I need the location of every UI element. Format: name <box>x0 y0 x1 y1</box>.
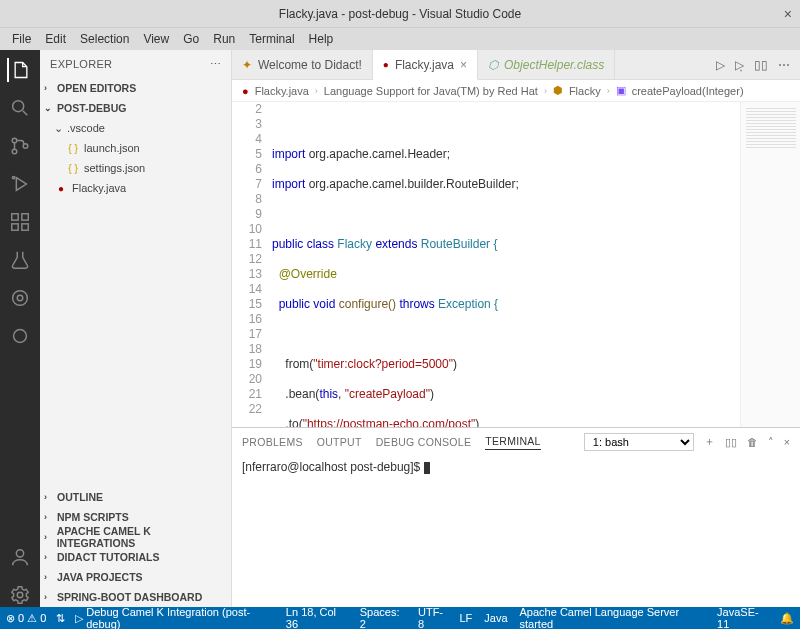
svg-point-13 <box>17 592 23 598</box>
svg-point-11 <box>14 330 27 343</box>
svg-rect-5 <box>12 214 18 220</box>
section-didact[interactable]: ›DIDACT TUTORIALS <box>40 547 231 567</box>
section-spring[interactable]: ›SPRING-BOOT DASHBOARD <box>40 587 231 607</box>
svg-point-3 <box>23 144 28 149</box>
bottom-panel: PROBLEMS OUTPUT DEBUG CONSOLE TERMINAL 1… <box>232 427 800 607</box>
activity-debug-icon[interactable] <box>8 172 32 196</box>
terminal-split-icon[interactable]: ▯▯ <box>725 436 737 448</box>
window-title: Flacky.java - post-debug - Visual Studio… <box>279 7 521 21</box>
tree-file-flacky[interactable]: ●Flacky.java <box>54 178 231 198</box>
svg-point-10 <box>17 295 23 301</box>
activity-explorer-icon[interactable] <box>7 58 31 82</box>
status-bar: ⊗0 ⚠0 ⇅ ▷ Debug Camel K Integration (pos… <box>0 607 800 629</box>
dirty-dot-icon: ● <box>383 59 389 70</box>
status-language[interactable]: Java <box>484 606 507 629</box>
svg-rect-7 <box>22 224 28 230</box>
section-project[interactable]: ⌄POST-DEBUG <box>40 98 231 118</box>
menu-edit[interactable]: Edit <box>39 30 72 48</box>
svg-rect-8 <box>22 214 28 220</box>
editor-tabs: ✦Welcome to Didact! ●Flacky.java× ⬡Objec… <box>232 50 800 80</box>
activity-settings-icon[interactable] <box>8 583 32 607</box>
terminal-new-icon[interactable]: ＋ <box>704 435 715 449</box>
activity-test-icon[interactable] <box>8 248 32 272</box>
breadcrumb-class[interactable]: Flacky <box>569 85 601 97</box>
activity-circle-icon[interactable] <box>8 324 32 348</box>
debug-run-icon[interactable]: ▷̣ <box>735 58 744 72</box>
panel-tab-terminal[interactable]: TERMINAL <box>485 435 541 450</box>
tab-flacky[interactable]: ●Flacky.java× <box>373 50 478 80</box>
minimap[interactable] <box>740 102 800 427</box>
menu-run[interactable]: Run <box>207 30 241 48</box>
svg-point-9 <box>13 291 28 306</box>
panel-close-icon[interactable]: × <box>784 436 790 448</box>
terminal-kill-icon[interactable]: 🗑 <box>747 436 758 448</box>
status-bell-icon[interactable]: 🔔 <box>780 606 794 629</box>
section-outline[interactable]: ›OUTLINE <box>40 487 231 507</box>
tab-didact[interactable]: ✦Welcome to Didact! <box>232 50 373 79</box>
status-position[interactable]: Ln 18, Col 36 <box>286 606 348 629</box>
status-port-icon[interactable]: ⇅ <box>56 612 65 625</box>
status-spaces[interactable]: Spaces: 2 <box>360 606 406 629</box>
svg-point-2 <box>12 149 17 154</box>
svg-point-12 <box>16 550 23 557</box>
code-editor[interactable]: 2345678910111213141516171819202122 impor… <box>232 102 740 427</box>
section-javaproj[interactable]: ›JAVA PROJECTS <box>40 567 231 587</box>
breadcrumb-dirty-icon: ● <box>242 85 249 97</box>
status-lsp[interactable]: Apache Camel Language Server started <box>520 606 706 629</box>
section-open-editors[interactable]: ›OPEN EDITORS <box>40 78 231 98</box>
svg-point-4 <box>12 176 14 178</box>
line-gutter: 2345678910111213141516171819202122 <box>232 102 272 427</box>
activity-scm-icon[interactable] <box>8 134 32 158</box>
window-titlebar: Flacky.java - post-debug - Visual Studio… <box>0 0 800 28</box>
status-eol[interactable]: LF <box>459 606 472 629</box>
menubar: File Edit Selection View Go Run Terminal… <box>0 28 800 50</box>
sidebar-more-icon[interactable]: ⋯ <box>210 58 221 71</box>
menu-selection[interactable]: Selection <box>74 30 135 48</box>
status-jdk[interactable]: JavaSE-11 <box>717 606 768 629</box>
activity-bar <box>0 50 40 607</box>
editor-area: ✦Welcome to Didact! ●Flacky.java× ⬡Objec… <box>232 50 800 607</box>
activity-account-icon[interactable] <box>8 545 32 569</box>
status-errors[interactable]: ⊗0 ⚠0 <box>6 612 46 625</box>
terminal-select[interactable]: 1: bash <box>584 433 694 451</box>
svg-point-0 <box>13 101 24 112</box>
terminal-cursor <box>424 462 430 474</box>
activity-extensions-icon[interactable] <box>8 210 32 234</box>
section-camelk[interactable]: ›APACHE CAMEL K INTEGRATIONS <box>40 527 231 547</box>
status-encoding[interactable]: UTF-8 <box>418 606 447 629</box>
panel-tab-problems[interactable]: PROBLEMS <box>242 436 303 448</box>
panel-tab-output[interactable]: OUTPUT <box>317 436 362 448</box>
sidebar-header: EXPLORER ⋯ <box>40 50 231 78</box>
activity-gear2-icon[interactable] <box>8 286 32 310</box>
tree-file-settings[interactable]: { }settings.json <box>66 158 231 178</box>
menu-file[interactable]: File <box>6 30 37 48</box>
menu-view[interactable]: View <box>137 30 175 48</box>
status-debug[interactable]: ▷ Debug Camel K Integration (post-debug) <box>75 606 276 629</box>
terminal-body[interactable]: [nferraro@localhost post-debug]$ <box>232 456 800 607</box>
editor-more-icon[interactable]: ⋯ <box>778 58 790 72</box>
tab-objecthelper[interactable]: ⬡ObjectHelper.class <box>478 50 615 79</box>
split-editor-icon[interactable]: ▯▯ <box>754 58 768 72</box>
breadcrumb-ls[interactable]: Language Support for Java(TM) by Red Hat <box>324 85 538 97</box>
explorer-sidebar: EXPLORER ⋯ ›OPEN EDITORS ⌄POST-DEBUG ⌄.v… <box>40 50 232 607</box>
menu-terminal[interactable]: Terminal <box>243 30 300 48</box>
run-icon[interactable]: ▷ <box>716 58 725 72</box>
window-close-icon[interactable]: × <box>784 6 792 22</box>
terminal-prompt: [nferraro@localhost post-debug]$ <box>242 460 424 474</box>
tree-file-launch[interactable]: { }launch.json <box>66 138 231 158</box>
svg-rect-6 <box>12 224 18 230</box>
tree-folder-vscode[interactable]: ⌄.vscode <box>54 118 231 138</box>
menu-help[interactable]: Help <box>303 30 340 48</box>
sidebar-title: EXPLORER <box>50 58 112 70</box>
panel-maximize-icon[interactable]: ˄ <box>768 436 774 448</box>
section-npm[interactable]: ›NPM SCRIPTS <box>40 507 231 527</box>
menu-go[interactable]: Go <box>177 30 205 48</box>
code-content[interactable]: import org.apache.camel.Header; import o… <box>272 102 740 427</box>
breadcrumb-file[interactable]: Flacky.java <box>255 85 309 97</box>
breadcrumbs[interactable]: ● Flacky.java› Language Support for Java… <box>232 80 800 102</box>
tab-close-icon[interactable]: × <box>460 58 467 72</box>
svg-point-1 <box>12 138 17 143</box>
activity-search-icon[interactable] <box>8 96 32 120</box>
breadcrumb-method[interactable]: createPayload(Integer) <box>632 85 744 97</box>
panel-tab-debug[interactable]: DEBUG CONSOLE <box>376 436 472 448</box>
